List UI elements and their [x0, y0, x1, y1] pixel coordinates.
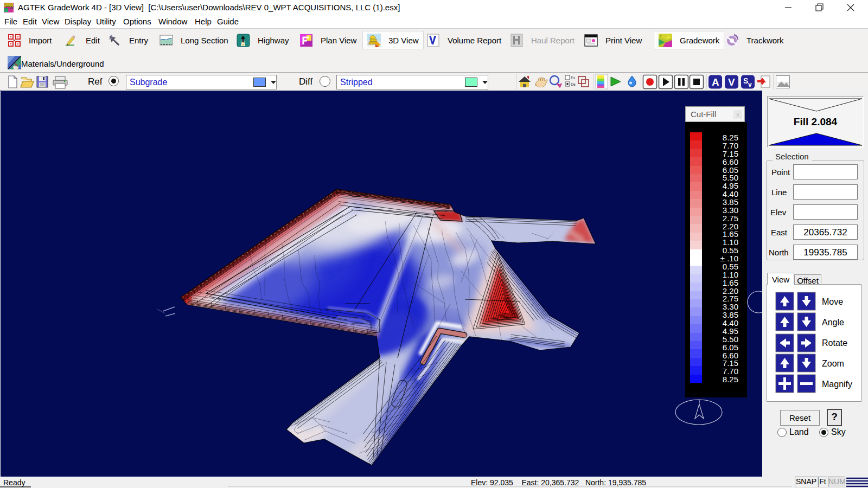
svg-text:Angle: Angle	[822, 318, 844, 327]
svg-text:S: S	[743, 76, 748, 85]
svg-text:Ex: Ex	[571, 76, 576, 80]
svg-text:V: V	[728, 76, 735, 88]
svg-text:Magnify: Magnify	[822, 380, 852, 389]
svg-text:De: De	[571, 82, 576, 86]
svg-text:A: A	[712, 76, 719, 88]
svg-text:v: v	[748, 81, 752, 88]
svg-text:Zoom: Zoom	[822, 359, 844, 368]
svg-text:Move: Move	[822, 297, 843, 306]
svg-text:Rotate: Rotate	[822, 338, 847, 348]
svg-text:GW: GW	[5, 5, 14, 10]
svg-text:Fill 2.084: Fill 2.084	[794, 116, 838, 127]
